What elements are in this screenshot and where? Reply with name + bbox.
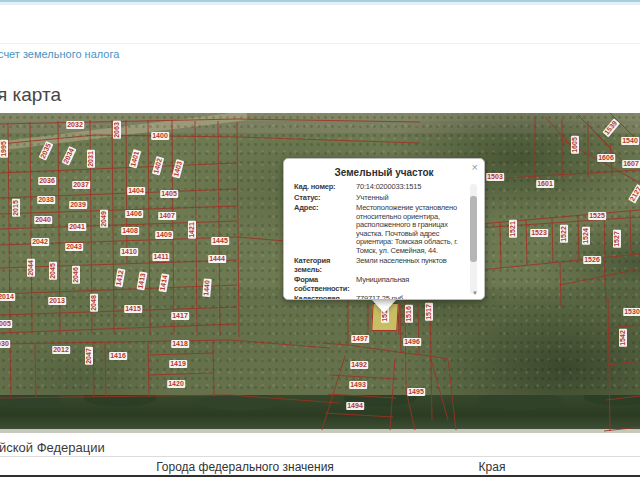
parcel-label: 1420 bbox=[167, 380, 185, 388]
parcel-label: 1417 bbox=[171, 312, 189, 320]
popup-row-label: Адрес: bbox=[294, 204, 356, 255]
popup-row: Категория земель:Земли населенных пункто… bbox=[294, 257, 464, 274]
parcel-label: 2043 bbox=[65, 243, 83, 251]
popup-row-value: 779717.25 руб bbox=[356, 295, 464, 299]
parcel-label: 1521 bbox=[509, 220, 517, 238]
parcel-label: 1410 bbox=[120, 248, 138, 256]
parcel-label: 2012 bbox=[52, 346, 70, 354]
parcel-label: 1530 bbox=[623, 308, 640, 316]
popup-row-label: Кад. номер: bbox=[294, 183, 356, 192]
parcel-label: 1405 bbox=[160, 190, 178, 198]
parcel-label: 2013 bbox=[48, 297, 66, 305]
popup-row-value: Местоположение установлено относительно … bbox=[356, 204, 464, 255]
parcel-label: 1445 bbox=[211, 237, 229, 245]
parcel-label: 1494 bbox=[346, 402, 364, 410]
popup-row-label: Статус: bbox=[294, 194, 356, 203]
parcel-label: 1418 bbox=[171, 340, 189, 348]
header-divider bbox=[0, 43, 640, 44]
parcel-label: 1523 bbox=[530, 229, 548, 237]
parcel-label: 1601 bbox=[536, 180, 554, 188]
parcel-label: 2031 bbox=[87, 150, 95, 168]
close-icon[interactable]: × bbox=[472, 161, 478, 173]
parcel-label: 1524 bbox=[582, 227, 590, 245]
parcel-label: 2030 bbox=[0, 340, 10, 348]
popup-row-value: 70:14:0200033:1515 bbox=[356, 183, 464, 192]
parcel-label: 1495 bbox=[407, 388, 425, 396]
parcel-label: 1444 bbox=[208, 255, 226, 263]
popup-row-value: Муниципальная bbox=[356, 276, 464, 293]
popup-row-label: Форма собственности: bbox=[294, 276, 356, 293]
parcel-label: 2045 bbox=[49, 262, 57, 280]
popup-row: Адрес:Местоположение установлено относит… bbox=[294, 204, 464, 255]
popup-row: Кадастровая стоимость:779717.25 руб bbox=[294, 295, 464, 299]
parcel-label: 2015 bbox=[12, 199, 20, 217]
parcel-label: 1415 bbox=[124, 305, 142, 313]
parcel-label: 1409 bbox=[155, 231, 173, 239]
parcel-label: 2049 bbox=[100, 210, 108, 228]
popup-row: Кад. номер:70:14:0200033:1515 bbox=[294, 183, 464, 192]
parcel-label: 1516 bbox=[405, 305, 413, 323]
parcel-label: 2032 bbox=[66, 121, 84, 129]
parcel-label: 1503 bbox=[486, 173, 504, 181]
parcel-label: 2063 bbox=[113, 121, 121, 139]
popup-scrollbar[interactable] bbox=[470, 184, 477, 294]
parcel-label: 1542 bbox=[619, 329, 627, 347]
parcel-label: 2005 bbox=[0, 320, 12, 328]
top-accent-bar bbox=[0, 0, 640, 5]
parcel-label: 2047 bbox=[85, 347, 93, 365]
popup-row-value: Земли населенных пунктов bbox=[356, 257, 464, 274]
popup-rows: Кад. номер:70:14:0200033:1515Статус:Учте… bbox=[294, 183, 464, 299]
land-tax-link[interactable]: счет земельного налога bbox=[0, 48, 119, 60]
tab-krais[interactable]: Края bbox=[479, 460, 506, 474]
parcel-label: 1419 bbox=[169, 360, 187, 368]
parcel-label: 1525 bbox=[588, 212, 606, 220]
parcel-label: 1407 bbox=[158, 212, 176, 220]
parcel-label: 2037 bbox=[72, 181, 90, 189]
popup-row-label: Кадастровая стоимость: bbox=[294, 295, 356, 299]
parcel-label: 1404 bbox=[127, 187, 145, 195]
scrollbar-thumb[interactable] bbox=[470, 196, 477, 262]
popup-row: Статус:Учтенный bbox=[294, 194, 464, 203]
parcel-label: 1607 bbox=[622, 160, 640, 168]
popup-title: Земельный участок bbox=[284, 167, 484, 178]
parcel-label: 2041 bbox=[68, 223, 86, 231]
parcel-label: 1496 bbox=[403, 338, 421, 346]
parcel-label: 2044 bbox=[27, 259, 35, 277]
popup-pointer bbox=[371, 299, 397, 313]
parcel-label: 1606 bbox=[597, 154, 615, 162]
parcel-label: 1526 bbox=[583, 256, 601, 264]
parcel-label: 1527 bbox=[613, 230, 621, 248]
scroll-down-icon[interactable]: ▼ bbox=[472, 290, 478, 296]
popup-row-label: Категория земель: bbox=[294, 257, 356, 274]
parcel-label: 1492 bbox=[350, 361, 368, 369]
parcel-label: 1440 bbox=[202, 279, 212, 297]
parcel-label: 2048 bbox=[90, 294, 98, 312]
parcel-label: 1421 bbox=[188, 221, 196, 239]
parcel-label: 1540 bbox=[621, 137, 639, 145]
parcel-info-popup: Земельный участок × Кад. номер:70:14:020… bbox=[283, 158, 485, 300]
parcel-label: 2042 bbox=[31, 238, 49, 246]
parcel-label: 2038 bbox=[37, 196, 55, 204]
parcel-label: 1493 bbox=[349, 381, 367, 389]
parcel-label: 1605 bbox=[571, 136, 579, 154]
parcel-label: 1995 bbox=[0, 140, 8, 158]
parcel-label: 2039 bbox=[69, 201, 87, 209]
popup-row: Форма собственности:Муниципальная bbox=[294, 276, 464, 293]
parcel-label: 1400 bbox=[151, 132, 169, 140]
parcel-label: 2014 bbox=[0, 293, 15, 301]
parcel-label: 1517 bbox=[425, 303, 433, 321]
parcel-label: 2046 bbox=[72, 266, 80, 284]
parcel-label: 1408 bbox=[121, 227, 139, 235]
parcel-label: 1522 bbox=[560, 225, 568, 243]
region-heading: йской Федерации bbox=[0, 440, 105, 455]
parcel-label: 1497 bbox=[351, 335, 369, 343]
parcel-label: 2036 bbox=[38, 177, 56, 185]
parcel-label: 1416 bbox=[109, 352, 127, 360]
popup-row-value: Учтенный bbox=[356, 194, 464, 203]
parcel-label: 1406 bbox=[125, 210, 143, 218]
tab-federal-cities[interactable]: Города федерального значения bbox=[156, 460, 334, 474]
parcel-label: 2040 bbox=[34, 216, 52, 224]
page-title: я карта bbox=[0, 84, 61, 106]
region-tabs-row: Города федерального значения Края bbox=[0, 456, 640, 477]
parcel-label: 1411 bbox=[152, 253, 169, 261]
